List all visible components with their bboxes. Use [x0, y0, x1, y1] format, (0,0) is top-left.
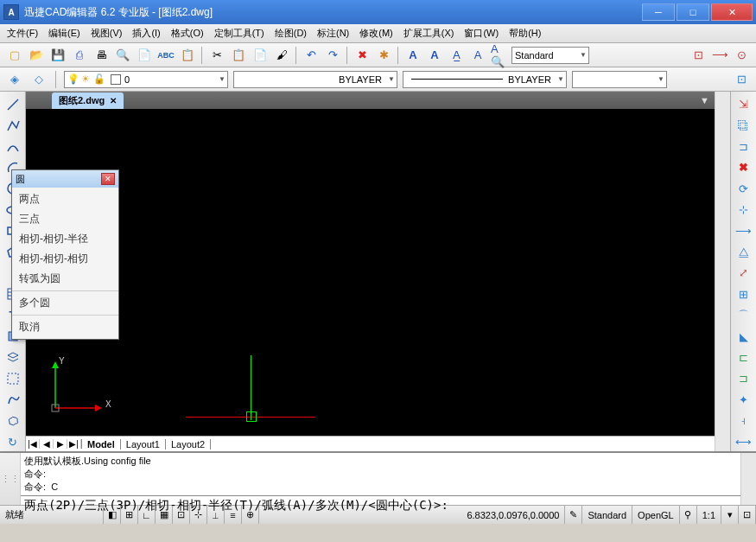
layer2-icon[interactable]: ◇ [29, 70, 48, 89]
status-icon[interactable]: ▦ [156, 506, 173, 524]
print-icon[interactable]: 🖶 [92, 46, 111, 65]
redo-icon[interactable]: ↷ [323, 46, 342, 65]
plotstyle-combo[interactable]: ▼ [572, 71, 667, 88]
menu-file[interactable]: 文件(F) [7, 27, 38, 40]
delete-icon[interactable]: ✖ [734, 158, 753, 176]
undo-icon[interactable]: ↶ [302, 46, 321, 65]
audit-icon[interactable]: 📋 [178, 46, 197, 65]
popup-item-2p[interactable]: 两点 [12, 189, 118, 209]
trim-icon[interactable]: ⊹ [734, 201, 753, 219]
text-a1-icon[interactable]: A [403, 46, 422, 65]
close-button[interactable]: ✕ [711, 3, 753, 21]
find-icon[interactable]: A🔍 [490, 46, 509, 65]
layout1-tab[interactable]: Layout1 [121, 439, 166, 450]
break-icon[interactable]: ⊏ [734, 348, 753, 367]
scale-icon[interactable]: ⤢ [734, 264, 753, 282]
nav-last-icon[interactable]: ▶| [67, 439, 81, 449]
text-a3-icon[interactable]: A̲ [447, 46, 466, 65]
nav-prev-icon[interactable]: ◀ [40, 439, 54, 449]
wipeout-icon[interactable] [3, 391, 23, 409]
status-std[interactable]: Standard [582, 506, 632, 524]
extend-icon[interactable]: ⟶ [734, 221, 753, 239]
menu-tools[interactable]: 定制工具(T) [214, 27, 264, 40]
line-icon[interactable] [3, 95, 23, 113]
spline-icon[interactable] [3, 137, 23, 156]
snap2-icon[interactable]: ⟶ [710, 46, 729, 65]
rotate-icon[interactable]: ⟳ [734, 180, 753, 198]
array-icon[interactable]: ⊞ [734, 285, 753, 303]
status-icon[interactable]: ⊡ [173, 506, 190, 524]
layer-combo[interactable]: 💡 ☀ 🔓 0 ▼ [64, 71, 228, 88]
match-icon[interactable]: 🖌 [272, 46, 291, 65]
doc-tab[interactable]: 图纸2.dwg ✕ [52, 92, 124, 109]
minimize-button[interactable]: ─ [642, 3, 675, 21]
status-icon[interactable]: ▾ [721, 506, 739, 524]
boundary-icon[interactable] [3, 369, 23, 387]
cut-icon[interactable]: ✂ [207, 46, 226, 65]
erase-icon[interactable]: ✖ [353, 46, 372, 65]
new-icon[interactable]: ▢ [5, 46, 24, 65]
popup-item-3p[interactable]: 三点 [12, 209, 118, 229]
text-a2-icon[interactable]: A [425, 46, 444, 65]
status-icon[interactable]: ⊹ [190, 506, 207, 524]
preview-icon[interactable]: 🔍 [113, 46, 132, 65]
status-icon[interactable]: ⊞ [121, 506, 138, 524]
paste-icon[interactable]: 📄 [251, 46, 270, 65]
grip-icon[interactable]: ⋮⋮ [0, 453, 21, 505]
status-icon[interactable]: ⟂ [207, 506, 225, 524]
status-icon[interactable]: ∟ [138, 506, 156, 524]
join-icon[interactable]: ⊐ [734, 369, 753, 387]
layout2-tab[interactable]: Layout2 [166, 439, 211, 450]
menu-ext[interactable]: 扩展工具(X) [403, 27, 454, 40]
align-icon[interactable]: ⫞ [734, 411, 753, 430]
pline-icon[interactable] [3, 116, 23, 134]
nav-first-icon[interactable]: |◀ [26, 439, 40, 449]
chamfer-icon[interactable]: ◣ [734, 327, 753, 345]
move-icon[interactable]: ⇲ [734, 95, 753, 113]
status-icon[interactable]: ⚲ [680, 506, 697, 524]
popup-item-arc[interactable]: 转弧为圆 [12, 269, 118, 289]
offset-icon[interactable]: ⊐ [734, 137, 753, 156]
save-icon[interactable]: 💾 [48, 46, 67, 65]
plot-icon[interactable]: 📄 [135, 46, 154, 65]
refresh-icon[interactable]: ↻ [3, 433, 23, 451]
textstyle-combo[interactable]: Standard ▼ [511, 47, 589, 64]
popup-close-icon[interactable]: ✕ [101, 173, 115, 185]
copy2-icon[interactable]: ⿻ [734, 116, 753, 134]
popup-item-multi[interactable]: 多个圆 [12, 293, 118, 313]
popup-item-ttr[interactable]: 相切-相切-半径 [12, 229, 118, 249]
layer1-icon[interactable]: ◈ [5, 70, 24, 89]
dim1-icon[interactable]: ⊡ [732, 70, 751, 89]
cmd-scrollbar[interactable] [740, 453, 756, 505]
status-gl[interactable]: OpenGL [632, 506, 680, 524]
menu-format[interactable]: 格式(O) [171, 27, 204, 40]
snap3-icon[interactable]: ⊙ [732, 46, 751, 65]
tab-close-icon[interactable]: ✕ [110, 96, 117, 105]
layers-icon[interactable] [3, 348, 23, 367]
revcloud-icon[interactable] [3, 411, 23, 430]
menu-help[interactable]: 帮助(H) [509, 27, 541, 40]
menu-window[interactable]: 窗口(W) [464, 27, 499, 40]
model-tab[interactable]: Model [82, 439, 121, 450]
status-scale[interactable]: 1:1 [697, 506, 721, 524]
fillet-icon[interactable]: ⌒ [734, 306, 753, 324]
popup-item-cancel[interactable]: 取消 [12, 317, 118, 337]
menu-edit[interactable]: 编辑(E) [48, 27, 80, 40]
popup-titlebar[interactable]: 圆 ✕ [12, 170, 118, 188]
nav-next-icon[interactable]: ▶ [54, 439, 67, 449]
tab-menu-icon[interactable]: ▼ [700, 95, 715, 105]
saveas-icon[interactable]: ⎙ [70, 46, 89, 65]
menu-draw[interactable]: 绘图(D) [275, 27, 307, 40]
maximize-button[interactable]: □ [677, 3, 709, 21]
lineweight-combo[interactable]: BYLAYER ▼ [403, 71, 567, 88]
popup-item-ttt[interactable]: 相切-相切-相切 [12, 249, 118, 269]
status-icon[interactable]: ⊕ [242, 506, 259, 524]
menu-modify[interactable]: 修改(M) [359, 27, 393, 40]
snap1-icon[interactable]: ⊡ [689, 46, 708, 65]
menu-insert[interactable]: 插入(I) [132, 27, 160, 40]
stretch-icon[interactable]: ⟷ [734, 433, 753, 451]
mirror-icon[interactable]: ⧋ [734, 243, 753, 261]
status-icon[interactable]: ✎ [565, 506, 582, 524]
spell-icon[interactable]: ABC [156, 46, 175, 65]
status-icon[interactable]: ⊡ [739, 506, 756, 524]
